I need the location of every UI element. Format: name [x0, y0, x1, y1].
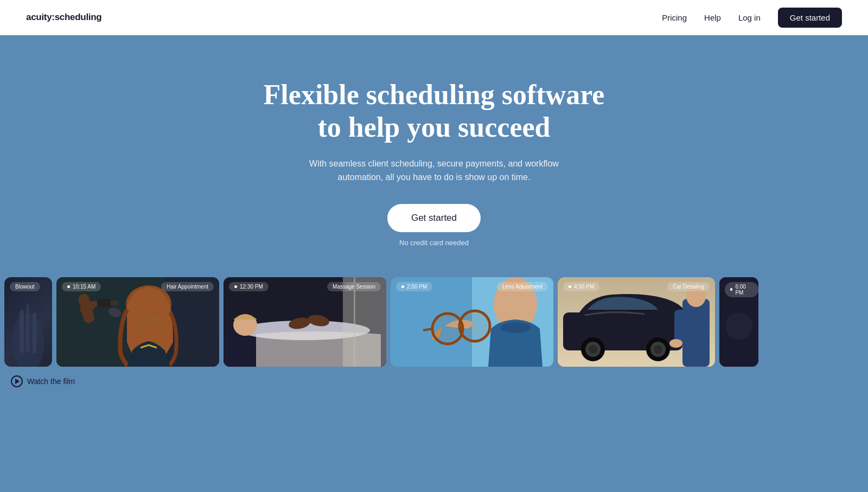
svg-point-37 [589, 345, 597, 354]
card-session-appointment: Massage Session [327, 282, 381, 291]
card-partial[interactable]: 6:00 PM [719, 277, 758, 367]
card-session[interactable]: 12:30 PM Massage Session [224, 277, 386, 367]
svg-rect-41 [682, 299, 710, 367]
svg-rect-1 [20, 310, 24, 353]
hero-title: Flexible scheduling software to help you… [258, 79, 610, 144]
svg-rect-3 [33, 312, 36, 353]
card-lens[interactable]: 2:00 PM Lens Adjustment [391, 277, 553, 367]
svg-point-12 [139, 316, 145, 323]
card-car-appointment: Car Detailing [667, 282, 710, 291]
svg-point-31 [462, 313, 488, 339]
card-lens-appointment: Lens Adjustment [497, 282, 548, 291]
watch-film-link[interactable]: Watch the film [7, 375, 75, 387]
card-blowout-label: Blowout [10, 282, 40, 291]
nav-right: Pricing Help Log in Get started [662, 8, 842, 28]
play-icon [11, 375, 23, 387]
card-car-time: 4:30 PM [563, 282, 599, 291]
svg-rect-2 [26, 304, 29, 353]
card-blowout[interactable]: Blowout [4, 277, 52, 367]
navbar: acuity:scheduling Pricing Help Log in Ge… [0, 0, 868, 35]
card-hair[interactable]: 10:15 AM Hair Appointment [56, 277, 219, 367]
card-hair-appointment: Hair Appointment [161, 282, 214, 291]
nav-get-started-button[interactable]: Get started [778, 8, 842, 28]
hero-get-started-button[interactable]: Get started [387, 204, 481, 232]
svg-point-44 [669, 339, 682, 348]
logo[interactable]: acuity:scheduling [26, 12, 101, 23]
card-session-time: 12:30 PM [229, 282, 269, 291]
card-lens-time: 2:00 PM [396, 282, 432, 291]
watch-film-text: Watch the film [27, 377, 75, 386]
hero-section: Flexible scheduling software to help you… [0, 35, 868, 492]
svg-point-13 [152, 316, 158, 323]
hero-cta-block: Get started No credit card needed [387, 204, 481, 247]
svg-point-26 [500, 322, 531, 333]
svg-point-46 [725, 312, 752, 340]
svg-rect-43 [674, 310, 685, 342]
nav-login[interactable]: Log in [738, 13, 761, 22]
cards-row: Blowout 10:15 AM [4, 277, 864, 367]
hero-subtitle: With seamless client scheduling, secure … [304, 157, 564, 184]
video-strip: Blowout 10:15 AM [0, 277, 868, 387]
card-partial-time: 6:00 PM [725, 282, 758, 297]
hero-text: Flexible scheduling software to help you… [258, 79, 610, 184]
nav-help[interactable]: Help [704, 13, 721, 22]
logo-text: acuity:scheduling [26, 12, 101, 23]
no-credit-card-label: No credit card needed [399, 239, 469, 247]
nav-pricing[interactable]: Pricing [662, 13, 687, 22]
svg-rect-9 [111, 301, 119, 305]
card-hair-time: 10:15 AM [62, 282, 101, 291]
svg-point-30 [435, 316, 461, 342]
card-car[interactable]: 4:30 PM Car Detailing [558, 277, 715, 367]
svg-point-40 [654, 345, 662, 354]
